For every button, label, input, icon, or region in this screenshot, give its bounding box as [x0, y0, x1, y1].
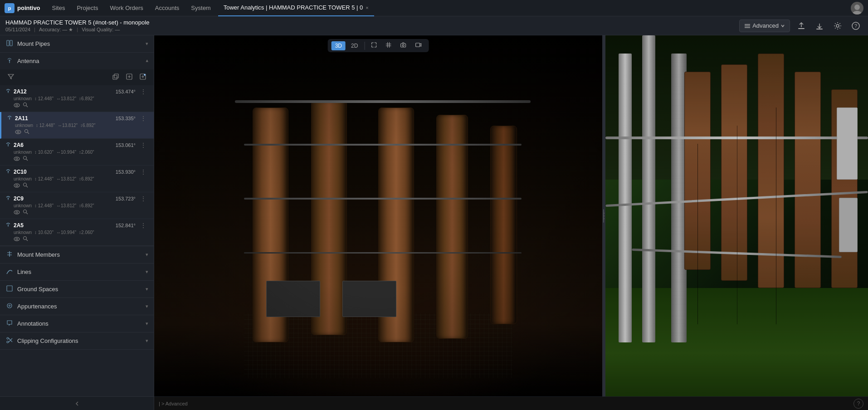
- btn-camera[interactable]: [396, 41, 410, 50]
- eye-icon[interactable]: [14, 210, 20, 216]
- antenna-item-more[interactable]: ⋮: [138, 115, 148, 122]
- tower-accuracy: Accuracy: — ★: [39, 27, 73, 33]
- antenna-item[interactable]: 2A11 153.335° ⋮ unknown ↕ 12.448" ↔13.81…: [0, 112, 154, 139]
- photo-viewer[interactable]: 4.81° 35.1°: [605, 35, 868, 396]
- nav-system[interactable]: System: [186, 0, 215, 16]
- tab-label: Tower Analytics | HAMMAD PRACTICE TOWER …: [224, 4, 363, 11]
- antenna-item-icon: [5, 142, 11, 148]
- lines-icon: [5, 268, 14, 276]
- search-icon[interactable]: [24, 129, 29, 136]
- antenna-item-name: 2C9: [14, 195, 113, 202]
- btn-film[interactable]: [411, 41, 425, 50]
- eye-icon[interactable]: [14, 183, 20, 189]
- svg-point-43: [24, 210, 27, 213]
- eye-icon[interactable]: [15, 129, 21, 136]
- ground-spaces-header[interactable]: Ground Spaces ▾: [0, 281, 154, 298]
- viewer-help-btn[interactable]: ?: [853, 399, 863, 409]
- antenna-item[interactable]: 2A6 153.061° ⋮ unknown ↕ 10.620" ↔10.994…: [0, 139, 154, 166]
- antenna-item[interactable]: 2A12 153.474° ⋮ unknown ↕ 12.448" ↔13.81…: [0, 85, 154, 112]
- section-mount-pipes: Mount Pipes ▾: [0, 35, 154, 53]
- search-icon[interactable]: [23, 102, 28, 109]
- antenna-type: unknown: [14, 230, 32, 235]
- upload-button[interactable]: [795, 20, 808, 32]
- ground-spaces-label: Ground Spaces: [17, 286, 142, 293]
- antenna-item-more[interactable]: ⋮: [138, 142, 148, 149]
- download-button[interactable]: [813, 20, 826, 32]
- antenna-type: unknown: [14, 96, 32, 101]
- antenna-item-meta: unknown ↕ 10.620" ↔10.994" ↕2.060": [5, 230, 148, 235]
- toolbar-meta: 05/11/2024 | Accuracy: — ★ | Visual Qual…: [5, 27, 149, 33]
- svg-rect-63: [400, 44, 405, 47]
- svg-point-26: [15, 130, 21, 134]
- nav-sites[interactable]: Sites: [48, 0, 70, 16]
- svg-rect-15: [113, 75, 117, 79]
- ground-spaces-chevron: ▾: [146, 286, 148, 292]
- antenna-item[interactable]: 2A5 152.841° ⋮ unknown ↕ 10.620" ↔10.994…: [0, 219, 154, 246]
- btn-expand[interactable]: [367, 41, 380, 50]
- svg-line-39: [26, 186, 28, 187]
- antenna-item-more[interactable]: ⋮: [138, 88, 148, 95]
- lines-header[interactable]: Lines ▾: [0, 264, 154, 280]
- antenna-item-actions: [5, 102, 148, 109]
- btn-grid[interactable]: [382, 41, 395, 50]
- eye-icon[interactable]: [14, 236, 20, 243]
- antenna-item-actions: [5, 209, 148, 216]
- section-clipping: Clipping Configurations ▾: [0, 332, 154, 350]
- section-mount-members: Mount Members ▾: [0, 246, 154, 264]
- antenna-item-more[interactable]: ⋮: [138, 222, 148, 229]
- antenna-filter-btn[interactable]: [5, 72, 16, 83]
- nav-accounts[interactable]: Accounts: [151, 0, 184, 16]
- search-icon[interactable]: [23, 209, 28, 216]
- active-tab[interactable]: Tower Analytics | HAMMAD PRACTICE TOWER …: [218, 0, 374, 16]
- annotations-header[interactable]: Annotations ▾: [0, 315, 154, 332]
- svg-line-29: [28, 132, 29, 134]
- antenna-item-meta: unknown ↕ 12.448" ↔13.812" ↕6.892": [5, 96, 148, 101]
- search-icon[interactable]: [23, 182, 28, 189]
- antenna-add-alt-btn[interactable]: [137, 72, 148, 83]
- clipping-header[interactable]: Clipping Configurations ▾: [0, 332, 154, 349]
- antenna-section-icon: [5, 57, 14, 65]
- eye-icon[interactable]: [14, 156, 20, 162]
- antenna-item-more[interactable]: ⋮: [138, 168, 148, 176]
- viewer-3d[interactable]: 3D 2D: [154, 35, 602, 396]
- svg-point-56: [7, 341, 9, 343]
- antenna-item-value: 153.061°: [116, 142, 136, 148]
- antenna-item-name: 2A6: [14, 142, 113, 148]
- antenna-item-value: 153.723°: [116, 196, 136, 201]
- appurtenances-header[interactable]: Appurtenances ▾: [0, 298, 154, 315]
- antenna-item-more[interactable]: ⋮: [138, 195, 148, 202]
- btn-3d[interactable]: 3D: [332, 41, 346, 50]
- antenna-item[interactable]: 2C10 153.930° ⋮ unknown ↕ 12.448" ↔13.81…: [0, 166, 154, 192]
- antenna-clone-btn[interactable]: [110, 72, 121, 83]
- svg-point-28: [25, 130, 28, 133]
- svg-point-47: [16, 238, 18, 240]
- antenna-depth: ↕6.892": [79, 176, 94, 181]
- antenna-toolbar: [0, 69, 154, 85]
- advanced-dropdown[interactable]: Advanced: [739, 20, 790, 32]
- eye-icon[interactable]: [14, 102, 20, 109]
- settings-button[interactable]: [831, 20, 844, 32]
- search-icon[interactable]: [23, 156, 28, 162]
- viewer-toolbar: 3D 2D: [328, 39, 429, 52]
- antenna-header[interactable]: Antenna ▾: [0, 53, 154, 69]
- mount-pipes-header[interactable]: Mount Pipes ▾: [0, 35, 154, 52]
- antenna-add-btn[interactable]: [124, 72, 135, 83]
- svg-point-32: [16, 158, 18, 160]
- svg-rect-7: [798, 28, 805, 29]
- antenna-item[interactable]: 2C9 153.723° ⋮ unknown ↕ 12.448" ↔13.812…: [0, 192, 154, 219]
- svg-point-30: [8, 144, 9, 145]
- antenna-item-meta: unknown ↕ 12.448" ↔13.812" ↕6.892": [5, 203, 148, 208]
- svg-point-64: [402, 44, 404, 46]
- nav-projects[interactable]: Projects: [72, 0, 102, 16]
- sidebar-collapse-btn[interactable]: [0, 396, 154, 410]
- user-avatar[interactable]: [851, 2, 863, 15]
- svg-text:?: ?: [854, 23, 857, 29]
- nav-work-orders[interactable]: Work Orders: [105, 0, 147, 16]
- tower-title: HAMMAD PRACTICE TOWER 5 (#not-set) - mon…: [5, 19, 149, 26]
- help-button[interactable]: ?: [849, 20, 863, 32]
- search-icon[interactable]: [23, 236, 28, 243]
- antenna-depth: ↕6.892": [79, 96, 94, 101]
- tab-close-icon[interactable]: ×: [366, 5, 368, 10]
- mount-members-header[interactable]: Mount Members ▾: [0, 246, 154, 263]
- btn-2d[interactable]: 2D: [347, 41, 361, 50]
